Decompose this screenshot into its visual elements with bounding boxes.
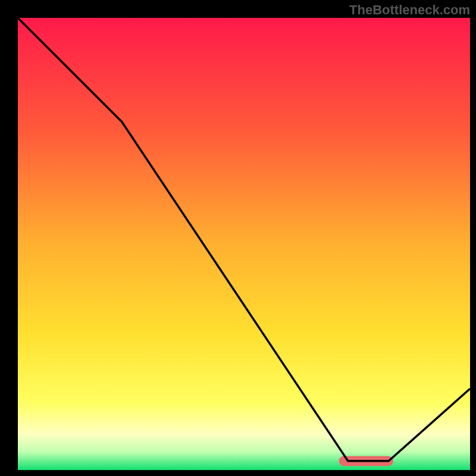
watermark-text: TheBottleneck.com [349,2,470,18]
plot-area [18,18,470,470]
bottleneck-chart-svg [18,18,470,470]
chart-container: TheBottleneck.com [0,0,476,476]
